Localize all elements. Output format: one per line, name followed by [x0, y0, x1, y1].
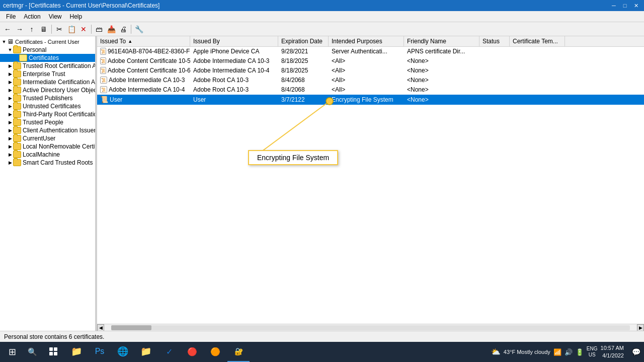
taskbar-opera[interactable]: 🟠 — [204, 342, 226, 362]
menu-action[interactable]: Action — [20, 12, 44, 21]
col-header-issued-by[interactable]: Issued By — [190, 36, 278, 46]
console-button[interactable]: 🖥 — [38, 24, 49, 35]
taskbar-files[interactable]: 📁 — [135, 342, 157, 362]
col-header-status[interactable]: Status — [479, 36, 510, 46]
tooltip-text: Encrypting File System — [257, 154, 329, 162]
tree-third-party-label: Third-Party Root Certification... — [23, 111, 96, 118]
tree-current-user-label: CurrentUser — [23, 135, 55, 142]
col-header-template[interactable]: Certificate Tem... — [510, 36, 565, 46]
minimize-button[interactable]: ─ — [609, 2, 619, 10]
cert-row-5[interactable]: 📜 User User 3/7/2122 Encrypting File Sys… — [97, 95, 644, 105]
right-panel: Issued To ▲ Issued By Expiration Date In… — [97, 36, 644, 331]
start-button[interactable]: ⊞ — [0, 342, 24, 362]
taskbar-chrome[interactable]: 🔴 — [181, 342, 203, 362]
tree-smart-card[interactable]: ▶ Smart Card Trusted Roots — [0, 159, 95, 167]
import-button[interactable]: 📥 — [106, 24, 117, 35]
col-header-expiration[interactable]: Expiration Date — [278, 36, 329, 46]
properties-button[interactable]: 🔧 — [133, 24, 144, 35]
cert-row-2[interactable]: 📜 Adobe Content Certificate 10-6 Adobe I… — [97, 66, 644, 76]
cert-friendly-5: <None> — [404, 96, 479, 104]
toolbar-separator-3 — [131, 25, 131, 34]
menu-help[interactable]: Help — [66, 12, 87, 21]
copy-button[interactable]: 📋 — [66, 24, 77, 35]
cert-issued-by-1: Adobe Intermediate CA 10-3 — [190, 57, 278, 65]
tree-trusted-pub[interactable]: ▶ Trusted Publishers — [0, 94, 95, 102]
col-header-purposes[interactable]: Intended Purposes — [329, 36, 404, 46]
folder-open-icon — [19, 54, 27, 61]
taskbar-file-explorer[interactable]: 📁 — [65, 342, 88, 362]
tree-local-nonremovable-label: Local NonRemovable Certific... — [23, 143, 96, 150]
cut-button[interactable]: ✂ — [54, 24, 65, 35]
scroll-left-button[interactable]: ◀ — [97, 324, 104, 331]
cert-template-4 — [510, 89, 565, 90]
weather-icon: ⛅ — [491, 347, 501, 356]
scroll-right-button[interactable]: ▶ — [637, 324, 644, 331]
taskbar-photoshop[interactable]: Ps — [89, 342, 111, 362]
menu-file[interactable]: File — [2, 12, 20, 21]
search-button[interactable]: 🔍 — [24, 344, 40, 360]
tree-trusted-people[interactable]: ▶ Trusted People — [0, 118, 95, 126]
folder-icon-11 — [13, 135, 21, 142]
cert-issued-to-4: Adobe Intermediate CA 10-4 — [109, 86, 185, 93]
folder-icon-13 — [13, 151, 21, 158]
folder-icon-3 — [13, 70, 21, 78]
notification-button[interactable]: 💬 — [628, 342, 644, 362]
export-button[interactable]: 🗃 — [94, 24, 105, 35]
horizontal-scrollbar[interactable]: ◀ ▶ — [97, 324, 644, 331]
maximize-button[interactable]: □ — [620, 2, 630, 10]
col-header-friendly[interactable]: Friendly Name — [404, 36, 479, 46]
tree-intermediate-label: Intermediate Certification Au... — [23, 79, 96, 86]
back-button[interactable]: ← — [2, 24, 13, 35]
forward-button[interactable]: → — [14, 24, 25, 35]
cert-row-4[interactable]: 📜 Adobe Intermediate CA 10-4 Adobe Root … — [97, 85, 644, 95]
main-area: ▼ 🖥 Certificates - Current User ▼ Person… — [0, 36, 644, 331]
print-button[interactable]: 🖨 — [118, 24, 129, 35]
col-header-issued-to[interactable]: Issued To ▲ — [97, 36, 190, 46]
tree-client-auth[interactable]: ▶ Client Authentication Issuers — [0, 126, 95, 134]
cert-template-1 — [510, 60, 565, 61]
taskbar-task-view[interactable] — [42, 342, 64, 362]
cert-icon-3: 📜 — [100, 77, 107, 84]
tree-trusted-root[interactable]: ▶ Trusted Root Certification Au... — [0, 62, 95, 70]
system-time: 10:57 AM4/1/2022 — [601, 344, 624, 360]
cert-expiration-2: 8/18/2025 — [278, 66, 329, 75]
tree-ad-user[interactable]: ▶ Active Directory User Object — [0, 86, 95, 94]
scrollbar-track[interactable] — [111, 325, 630, 330]
tree-intermediate-arrow: ▶ — [7, 79, 13, 85]
delete-button[interactable]: ✕ — [78, 24, 89, 35]
folder-icon-2 — [13, 62, 21, 69]
tree-enterprise[interactable]: ▶ Enterprise Trust — [0, 70, 95, 78]
certificate-list: 📜 961E40AB-8704-4BE2-8360-F85... Apple i… — [97, 47, 644, 324]
tree-untrusted[interactable]: ▶ Untrusted Certificates — [0, 102, 95, 110]
up-button[interactable]: ↑ — [26, 24, 37, 35]
tree-current-user[interactable]: ▶ CurrentUser — [0, 134, 95, 142]
cert-row-3[interactable]: 📜 Adobe Intermediate CA 10-3 Adobe Root … — [97, 76, 644, 85]
tree-root-label: Certificates - Current User — [15, 39, 79, 45]
cert-template-5 — [510, 99, 565, 100]
taskbar-todo[interactable]: ✓ — [158, 342, 180, 362]
tree-third-party[interactable]: ▶ Third-Party Root Certification... — [0, 110, 95, 118]
titlebar: certmgr - [Certificates - Current User\P… — [0, 0, 644, 11]
folder-icon-9 — [13, 119, 21, 126]
menu-view[interactable]: View — [45, 12, 66, 21]
taskbar-certmgr[interactable]: 🔐 — [227, 342, 250, 362]
tree-local-machine[interactable]: ▶ LocalMachine — [0, 151, 95, 159]
close-button[interactable]: ✕ — [631, 2, 641, 10]
cert-status-3 — [479, 80, 510, 81]
taskbar-edge[interactable]: 🌐 — [112, 342, 134, 362]
tree-certificates[interactable]: Certificates — [0, 54, 95, 62]
tree-local-nonremovable[interactable]: ▶ Local NonRemovable Certific... — [0, 142, 95, 151]
tree-root[interactable]: ▼ 🖥 Certificates - Current User — [0, 37, 95, 46]
cert-purposes-2: <All> — [329, 66, 404, 75]
cert-row-1[interactable]: 📜 Adobe Content Certificate 10-5 Adobe I… — [97, 56, 644, 66]
tree-personal[interactable]: ▼ Personal — [0, 46, 95, 54]
cert-purposes-3: <All> — [329, 76, 404, 84]
tree-personal-label: Personal — [23, 46, 46, 53]
cert-row-0[interactable]: 📜 961E40AB-8704-4BE2-8360-F85... Apple i… — [97, 47, 644, 56]
tree-ad-label: Active Directory User Object — [23, 87, 96, 94]
cert-status-2 — [479, 70, 510, 71]
tree-trusted-pub-label: Trusted Publishers — [23, 95, 73, 102]
cert-issued-by-3: Adobe Root CA 10-3 — [190, 76, 278, 84]
tree-intermediate[interactable]: ▶ Intermediate Certification Au... — [0, 78, 95, 86]
scrollbar-thumb[interactable] — [111, 325, 151, 330]
